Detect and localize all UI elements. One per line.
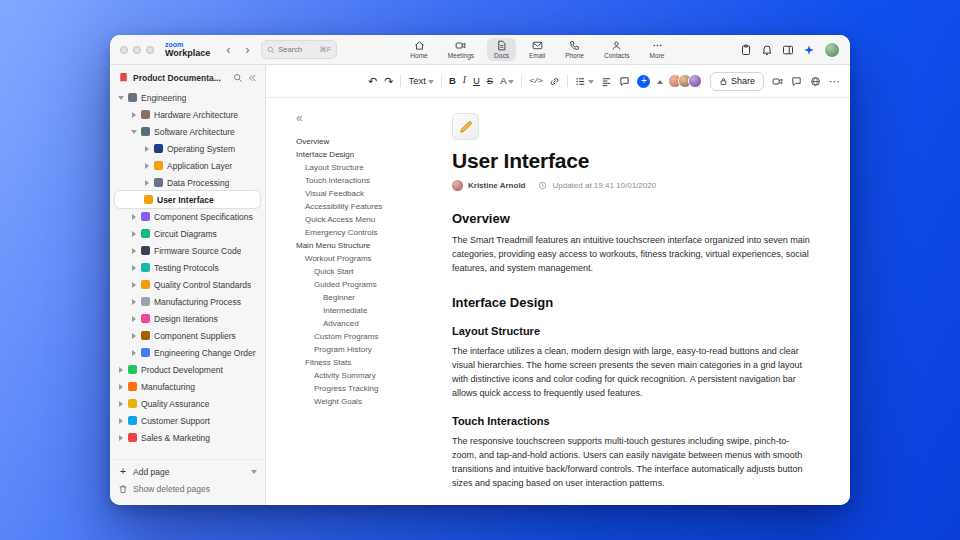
collapse-toolbar-icon[interactable] [657, 78, 663, 85]
chevron-right-icon[interactable] [144, 162, 150, 169]
tab-meetings[interactable]: Meetings [441, 38, 481, 61]
sidebar-item-data-processing[interactable]: Data Processing [115, 174, 260, 191]
chevron-right-icon[interactable] [131, 315, 137, 322]
outline-item[interactable]: Beginner [296, 291, 428, 304]
outline-item[interactable]: Workout Programs [296, 252, 428, 265]
panel-toggle-icon[interactable] [782, 44, 794, 56]
paragraph-touch-interactions[interactable]: The responsive touchscreen supports mult… [452, 434, 810, 490]
undo-button[interactable]: ↶ [368, 76, 377, 87]
share-button[interactable]: Share [710, 72, 764, 91]
sidebar-item-user-interface[interactable]: User Interface [115, 191, 260, 208]
chevron-right-icon[interactable] [118, 366, 124, 373]
sidebar-item-circuit-diagrams[interactable]: Circuit Diagrams [115, 225, 260, 242]
heading-overview[interactable]: Overview [452, 211, 810, 226]
chevron-down-icon[interactable] [251, 468, 257, 475]
paragraph-overview[interactable]: The Smart Treadmill features an intuitiv… [452, 233, 810, 275]
sidebar-item-engineering-change-orders[interactable]: Engineering Change Orders [115, 344, 260, 361]
show-deleted-pages-button[interactable]: Show deleted pages [118, 480, 257, 497]
outline-item[interactable]: Quick Start [296, 265, 428, 278]
outline-item[interactable]: Custom Programs [296, 330, 428, 343]
sidebar-item-hardware-architecture[interactable]: Hardware Architecture [115, 106, 260, 123]
doc-title[interactable]: User Interface [452, 149, 810, 173]
sidebar-item-manufacturing[interactable]: Manufacturing [115, 378, 260, 395]
search-input[interactable] [278, 45, 310, 54]
tab-more[interactable]: More [643, 38, 672, 61]
list-dropdown[interactable] [575, 76, 594, 87]
outline-item[interactable]: Overview [296, 135, 428, 148]
paragraph-layout-structure[interactable]: The interface utilizes a clean, modern d… [452, 344, 810, 400]
code-button[interactable]: </> [529, 77, 542, 85]
globe-icon[interactable] [810, 76, 821, 87]
chevron-right-icon[interactable] [144, 145, 150, 152]
tab-docs[interactable]: Docs [487, 38, 516, 61]
sidebar-item-firmware-source-code[interactable]: Firmware Source Code [115, 242, 260, 259]
redo-button[interactable]: ↷ [384, 76, 393, 87]
doc-editor[interactable]: User Interface Kristine Arnold Updated a… [434, 98, 850, 505]
sidebar-item-component-specifications[interactable]: Component Specifications [115, 208, 260, 225]
outline-item[interactable]: Main Menu Structure [296, 239, 428, 252]
outline-item[interactable]: Advanced [296, 317, 428, 330]
sidebar-item-component-suppliers[interactable]: Component Suppliers [115, 327, 260, 344]
collaborator-avatar[interactable] [688, 74, 702, 88]
comments-icon[interactable] [791, 76, 802, 87]
heading-layout-structure[interactable]: Layout Structure [452, 325, 810, 337]
chevron-down-icon[interactable] [131, 128, 137, 135]
outline-item[interactable]: Guided Programs [296, 278, 428, 291]
outline-item[interactable]: Program History [296, 343, 428, 356]
tab-email[interactable]: Email [522, 38, 552, 61]
underline-button[interactable]: U [473, 76, 480, 86]
global-search[interactable]: ⌘F [261, 40, 337, 59]
heading-interface-design[interactable]: Interface Design [452, 295, 810, 310]
start-video-icon[interactable] [772, 76, 783, 87]
sidebar-item-quality-assurance[interactable]: Quality Assurance [115, 395, 260, 412]
bold-button[interactable]: B [449, 76, 456, 86]
chevron-right-icon[interactable] [131, 111, 137, 118]
strikethrough-button[interactable]: S [487, 76, 493, 86]
chevron-right-icon[interactable] [131, 298, 137, 305]
sidebar-search-icon[interactable] [233, 73, 243, 83]
text-color-button[interactable]: A [500, 76, 514, 86]
chevron-right-icon[interactable] [118, 434, 124, 441]
sidebar-item-sales-marketing[interactable]: Sales & Marketing [115, 429, 260, 446]
sidebar-item-manufacturing-process[interactable]: Manufacturing Process [115, 293, 260, 310]
sidebar-item-product-development[interactable]: Product Development [115, 361, 260, 378]
align-icon[interactable] [601, 76, 612, 87]
chevron-right-icon[interactable] [144, 179, 150, 186]
sidebar-item-application-layer[interactable]: Application Layer [115, 157, 260, 174]
sidebar-item-testing-protocols[interactable]: Testing Protocols [115, 259, 260, 276]
tab-home[interactable]: Home [403, 38, 434, 61]
chevron-right-icon[interactable] [118, 383, 124, 390]
minimize-button[interactable] [133, 46, 141, 54]
outline-item[interactable]: Fitness Stats [296, 356, 428, 369]
italic-button[interactable]: I [463, 76, 466, 86]
nav-forward-button[interactable]: › [241, 43, 253, 56]
nav-back-button[interactable]: ‹ [222, 43, 234, 56]
collapse-sidebar-icon[interactable] [247, 73, 257, 83]
outline-item[interactable]: Progress Tracking [296, 382, 428, 395]
sidebar-item-software-architecture[interactable]: Software Architecture [115, 123, 260, 140]
chevron-right-icon[interactable] [131, 332, 137, 339]
sidebar-item-quality-control-standards[interactable]: Quality Control Standards [115, 276, 260, 293]
outline-item[interactable]: Intermediate [296, 304, 428, 317]
outline-item[interactable]: Activity Summary [296, 369, 428, 382]
heading-touch-interactions[interactable]: Touch Interactions [452, 415, 810, 427]
outline-item[interactable]: Layout Structure [296, 161, 428, 174]
chevron-right-icon[interactable] [131, 281, 137, 288]
collapse-outline-button[interactable]: « [296, 112, 303, 124]
close-button[interactable] [120, 46, 128, 54]
sidebar-item-operating-system[interactable]: Operating System [115, 140, 260, 157]
chevron-right-icon[interactable] [131, 349, 137, 356]
chevron-right-icon[interactable] [131, 213, 137, 220]
add-page-button[interactable]: + Add page [118, 463, 257, 480]
tab-contacts[interactable]: Contacts [597, 38, 637, 61]
user-avatar[interactable] [824, 42, 840, 58]
doc-emoji-icon[interactable] [452, 113, 479, 140]
clipboard-icon[interactable] [740, 44, 752, 56]
outline-item[interactable]: Interface Design [296, 148, 428, 161]
bell-icon[interactable] [761, 44, 773, 56]
maximize-button[interactable] [146, 46, 154, 54]
outline-item[interactable]: Touch Interactions [296, 174, 428, 187]
sidebar-item-design-iterations[interactable]: Design Iterations [115, 310, 260, 327]
outline-item[interactable]: Visual Feedback [296, 187, 428, 200]
sidebar-item-customer-support[interactable]: Customer Support [115, 412, 260, 429]
